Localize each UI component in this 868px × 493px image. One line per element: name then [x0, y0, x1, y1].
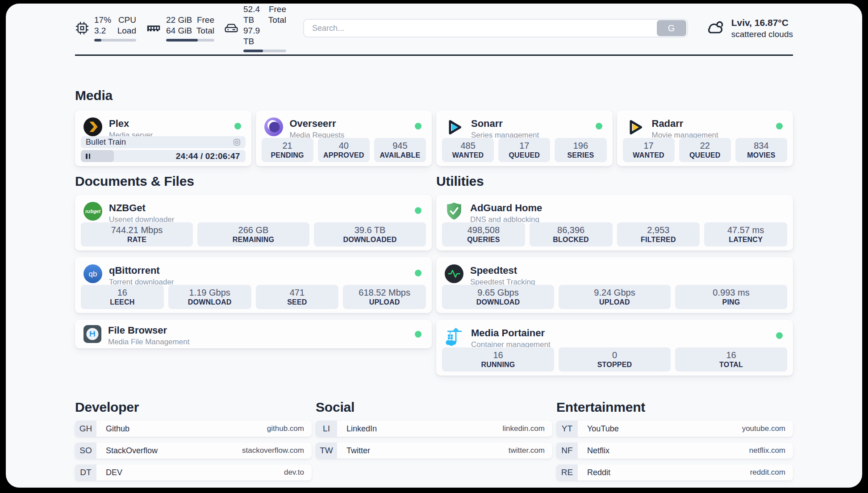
status-dot-online — [415, 331, 421, 338]
bookmark-twitter[interactable]: TW Twitter twitter.com — [316, 443, 552, 459]
adguard-icon — [444, 201, 464, 221]
status-dot-online — [234, 123, 241, 130]
cpu-values: 17%3.2 — [94, 15, 111, 36]
bookmark-dev[interactable]: DT DEV dev.to — [75, 464, 312, 480]
nzbget-icon: nzbget — [83, 201, 103, 221]
app-title: AdGuard Home — [470, 202, 542, 213]
section-title-media: Media — [75, 88, 793, 103]
memory-resource-widget: 22 GiB64 GiB FreeTotal — [146, 15, 214, 42]
stat-running: 16RUNNING — [442, 347, 554, 372]
stat-upload: 9.24 GbpsUPLOAD — [559, 285, 671, 309]
stat-pending: 21PENDING — [262, 138, 313, 162]
stat-total: 16TOTAL — [675, 347, 787, 372]
bookmark-abbr: RE — [556, 464, 578, 480]
app-title: Speedtest — [470, 265, 535, 276]
bookmark-netflix[interactable]: NF Netflix netflix.com — [556, 443, 793, 459]
app-card-plex[interactable]: Plex Media server Bullet Train — [75, 110, 251, 166]
stat-remaining: 266 GBREMAINING — [197, 222, 309, 246]
bookmark-abbr: NF — [556, 443, 578, 459]
stat-downloaded: 39.6 TBDOWNLOADED — [314, 222, 426, 246]
app-title: NZBGet — [109, 202, 174, 213]
bookmark-url: reddit.com — [750, 468, 785, 477]
stat-queued: 17QUEUED — [498, 138, 550, 162]
search-provider-button[interactable]: G — [657, 20, 686, 36]
stat-filtered: 2,953FILTERED — [617, 222, 700, 246]
app-card-nzbget[interactable]: nzbget NZBGet Usenet downloader 744.21 M… — [75, 195, 432, 251]
qbittorrent-icon: qb — [83, 264, 103, 284]
section-title-developer: Developer — [75, 400, 312, 415]
weather-widget: Lviv, 16.87°C scattered clouds — [704, 17, 793, 40]
section-title-social: Social — [316, 400, 552, 415]
app-title: qBittorrent — [109, 265, 174, 276]
bookmark-linkedin[interactable]: LI LinkedIn linkedin.com — [316, 421, 552, 437]
bookmark-abbr: YT — [556, 421, 578, 437]
documents-column: Documents & Files nzbget NZBGet U — [75, 174, 432, 376]
memory-labels: FreeTotal — [196, 15, 214, 36]
app-title: File Browser — [108, 325, 189, 336]
stat-series: 196SERIES — [555, 138, 606, 162]
app-card-qbittorrent[interactable]: qb qBittorrent Torrent downloader 16LEEC… — [75, 257, 432, 313]
stat-download: 9.65 GbpsDOWNLOAD — [442, 285, 554, 309]
stat-blocked: 86,396BLOCKED — [530, 222, 613, 246]
speedtest-icon — [444, 264, 464, 284]
status-dot-online — [596, 123, 602, 130]
portainer-icon — [444, 326, 465, 347]
svg-text:qb: qb — [89, 270, 97, 278]
plex-now-playing: Bullet Train 24:44 / 02:06:47 — [81, 136, 246, 162]
overseerr-icon — [264, 117, 284, 137]
app-card-speedtest[interactable]: Speedtest Speedtest Tracking 9.65 GbpsDO… — [436, 257, 793, 313]
disk-labels: FreeTotal — [268, 4, 286, 47]
bookmark-url: dev.to — [284, 468, 304, 477]
stat-rate: 744.21 MbpsRATE — [81, 222, 193, 246]
stat-queries: 498,508QUERIES — [442, 222, 525, 246]
app-card-portainer[interactable]: Media Portainer Container management 16R… — [436, 320, 793, 376]
weather-location-temp: Lviv, 16.87°C — [731, 17, 793, 28]
view-icon[interactable] — [232, 138, 242, 147]
status-dot-online — [776, 332, 783, 339]
stat-wanted: 485WANTED — [442, 138, 494, 162]
bookmark-name: Netflix — [587, 446, 609, 455]
memory-progress-bar — [166, 39, 214, 42]
app-card-filebrowser[interactable]: File Browser Media File Management — [75, 320, 432, 348]
bookmark-url: twitter.com — [509, 446, 545, 455]
app-title: Sonarr — [471, 118, 539, 129]
weather-condition: scattered clouds — [731, 29, 793, 39]
stat-stopped: 0STOPPED — [559, 347, 671, 372]
section-title-documents: Documents & Files — [75, 174, 432, 189]
bookmark-stackoverflow[interactable]: SO StackOverflow stackoverflow.com — [75, 443, 312, 459]
bookmark-name: Reddit — [587, 468, 610, 477]
app-card-adguard[interactable]: AdGuard Home DNS and adblocking 498,508Q… — [436, 195, 793, 251]
memory-values: 22 GiB64 GiB — [166, 15, 192, 36]
bookmark-github[interactable]: GH Github github.com — [75, 421, 312, 437]
bookmark-url: stackoverflow.com — [242, 446, 304, 455]
stat-movies: 834MOVIES — [735, 138, 787, 162]
bookmark-url: github.com — [267, 424, 304, 433]
now-playing-title: Bullet Train — [86, 138, 126, 147]
cpu-icon — [75, 21, 89, 35]
app-title: Plex — [109, 118, 153, 129]
stat-upload: 618.52 MbpsUPLOAD — [343, 285, 426, 309]
app-title: Overseerr — [290, 118, 345, 129]
bookmark-name: YouTube — [587, 424, 619, 434]
bookmark-url: linkedin.com — [503, 424, 545, 433]
bookmark-group-social: Social LI LinkedIn linkedin.com TW Twitt… — [316, 400, 552, 480]
disk-progress-bar — [243, 50, 286, 52]
app-card-sonarr[interactable]: Sonarr Series management 485WANTED 17QUE… — [436, 110, 613, 166]
svg-text:nzbget: nzbget — [85, 209, 100, 214]
bookmark-abbr: TW — [316, 443, 337, 459]
app-card-overseerr[interactable]: Overseerr Media Requests 21PENDING 40APP… — [256, 110, 432, 166]
stat-approved: 40APPROVED — [318, 138, 370, 162]
status-dot-online — [415, 123, 421, 130]
media-grid: Plex Media server Bullet Train — [75, 110, 793, 166]
bookmark-name: DEV — [106, 468, 122, 477]
memory-icon — [146, 21, 161, 36]
bookmark-group-developer: Developer GH Github github.com SO StackO… — [75, 400, 312, 480]
stat-available: 945AVAILABLE — [374, 138, 426, 162]
bookmark-youtube[interactable]: YT YouTube youtube.com — [556, 421, 793, 437]
status-dot-online — [415, 270, 421, 276]
bookmark-abbr: LI — [316, 421, 337, 437]
search-input[interactable] — [304, 24, 657, 33]
bookmark-url: netflix.com — [749, 446, 785, 455]
app-card-radarr[interactable]: Radarr Movie management 17WANTED 22QUEUE… — [617, 110, 793, 166]
bookmark-reddit[interactable]: RE Reddit reddit.com — [556, 464, 793, 480]
